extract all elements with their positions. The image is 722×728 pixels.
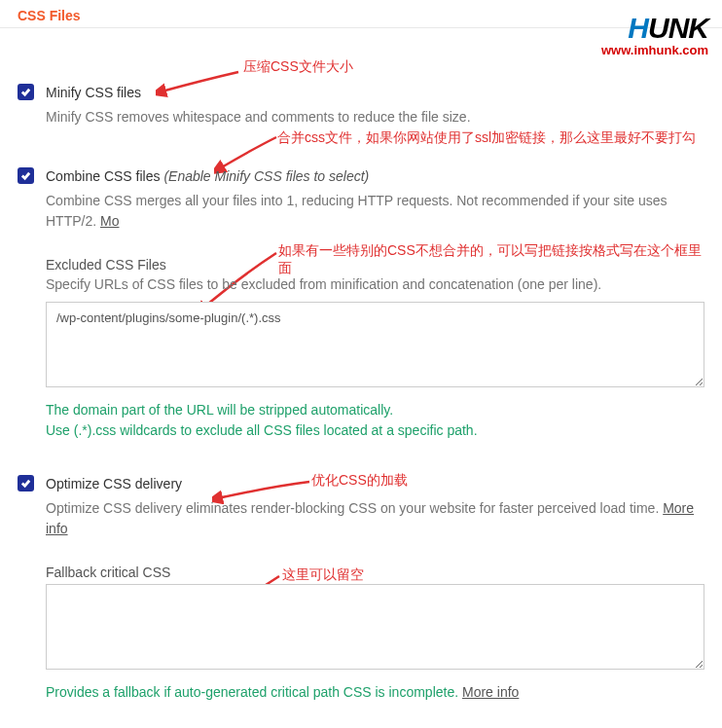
logo: HUNK www.imhunk.com: [601, 14, 708, 57]
excluded-css-desc: Specify URLs of CSS files to be excluded…: [46, 276, 704, 292]
setting-optimize-css: Optimize CSS delivery Optimize CSS deliv…: [18, 474, 704, 703]
check-icon: [20, 478, 31, 489]
combine-css-note: (Enable Minify CSS files to select): [163, 168, 369, 184]
combine-css-desc: Combine CSS merges all your files into 1…: [46, 191, 704, 232]
annotation-minify: 压缩CSS文件大小: [243, 58, 353, 76]
check-icon: [20, 87, 31, 97]
combine-css-more-link[interactable]: Mo: [100, 213, 119, 229]
excluded-css-hint: The domain part of the URL will be strip…: [46, 400, 704, 441]
logo-text: HUNK: [601, 14, 708, 43]
optimize-css-checkbox[interactable]: [18, 475, 34, 491]
fallback-css-textarea[interactable]: [46, 584, 704, 670]
check-icon: [20, 170, 31, 181]
fallback-css-more-link[interactable]: More info: [462, 684, 519, 700]
optimize-css-label: Optimize CSS delivery: [46, 474, 704, 494]
excluded-css-label: Excluded CSS Files: [46, 257, 704, 273]
combine-css-checkbox[interactable]: [18, 167, 34, 184]
fallback-css-label: Fallback critical CSS: [46, 564, 704, 580]
excluded-css-textarea[interactable]: [46, 302, 704, 387]
combine-css-label: Combine CSS files (Enable Minify CSS fil…: [46, 166, 704, 187]
fallback-css-section: Fallback critical CSS Provides a fallbac…: [46, 564, 704, 703]
minify-css-checkbox[interactable]: [18, 84, 34, 100]
minify-css-label: Minify CSS files: [46, 83, 704, 103]
logo-url: www.imhunk.com: [601, 43, 708, 57]
setting-minify-css: Minify CSS files Minify CSS removes whit…: [18, 83, 704, 127]
optimize-css-desc: Optimize CSS delivery eliminates render-…: [46, 498, 704, 539]
fallback-css-hint: Provides a fallback if auto-generated cr…: [46, 682, 704, 703]
excluded-css-section: Excluded CSS Files Specify URLs of CSS f…: [46, 257, 704, 441]
annotation-combine: 合并css文件，如果你网站使用了ssl加密链接，那么这里最好不要打勾: [277, 129, 705, 147]
setting-combine-css: Combine CSS files (Enable Minify CSS fil…: [18, 166, 704, 441]
minify-css-desc: Minify CSS removes whitespace and commen…: [46, 107, 704, 127]
